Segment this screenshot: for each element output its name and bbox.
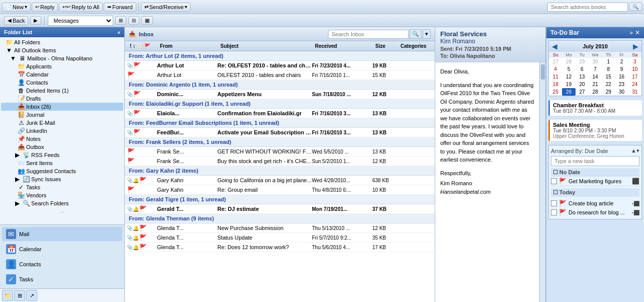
- cal-cell-7[interactable]: 4: [549, 65, 562, 73]
- folder-calendar[interactable]: 📅 Calendar: [1, 70, 123, 79]
- todo-close-btn[interactable]: ✕: [635, 29, 640, 36]
- arranged-options[interactable]: ▲▾: [631, 147, 639, 154]
- cal-cell-14[interactable]: 11: [549, 73, 562, 81]
- cal-cell-2[interactable]: 29: [576, 58, 589, 65]
- cal-cell-11[interactable]: 8: [602, 65, 615, 73]
- email-row[interactable]: 📎🔔🚩 Glenda T... Status Update Fri 5/7/20…: [125, 233, 435, 243]
- email-flag[interactable]: 🚩: [127, 186, 135, 193]
- email-flag[interactable]: 🚩: [139, 177, 147, 184]
- send-receive-button[interactable]: ⇄ Send/Receive ▾: [141, 3, 191, 12]
- email-row[interactable]: 📎🚩 Arthur Lot Re: OILFEST 2010 - tables …: [125, 61, 435, 70]
- email-row[interactable]: 📎🚩 Dominic... Appetizers Menu Sun 7/18/2…: [125, 90, 435, 99]
- forward-nav-button[interactable]: ▶: [30, 16, 41, 25]
- new-button[interactable]: 📄 New ▾: [2, 3, 31, 12]
- cal-cell-18[interactable]: 15: [602, 73, 615, 81]
- inbox-search-options[interactable]: ▾: [423, 29, 431, 39]
- group-frank_sellers[interactable]: From: Frank Sellers (2 items, 1 unread): [125, 137, 435, 147]
- cal-cell-8[interactable]: 5: [562, 65, 575, 73]
- address-search-button[interactable]: 🔍: [629, 3, 642, 11]
- cal-cell-17[interactable]: 14: [589, 73, 602, 81]
- email-flag[interactable]: 🚩: [127, 148, 135, 155]
- address-book-search[interactable]: [547, 3, 628, 12]
- group-glenda_therman[interactable]: From: Glenda Therman (9 items): [125, 214, 435, 223]
- cal-cell-0[interactable]: 27: [549, 58, 562, 65]
- task-marketing[interactable]: 🚩 Get Marketing figures ⬛: [551, 177, 639, 186]
- icon-btn-1[interactable]: 📁: [2, 290, 13, 301]
- email-flag[interactable]: 🚩: [133, 129, 141, 136]
- email-flag[interactable]: 🚩: [127, 158, 135, 165]
- cal-cell-4[interactable]: 1: [602, 58, 615, 65]
- task-options[interactable]: ⬛: [632, 178, 639, 185]
- blog-1-options[interactable]: ▪⬛: [631, 201, 639, 206]
- folder-contacts[interactable]: 👤 Contacts: [1, 79, 123, 87]
- forward-button[interactable]: ➡ Forward: [104, 3, 136, 12]
- group-gerald_tigre[interactable]: From: Gerald Tigre (1 item, 1 unread): [125, 195, 435, 204]
- nav-option2[interactable]: ⊟: [128, 16, 139, 25]
- cal-cell-9[interactable]: 6: [576, 65, 589, 73]
- cal-cell-5[interactable]: 2: [615, 58, 628, 65]
- email-flag[interactable]: 🚩: [133, 62, 141, 69]
- nav-option3[interactable]: ▦: [141, 16, 153, 25]
- email-flag[interactable]: 🚩: [139, 234, 147, 241]
- all-folders-item[interactable]: 📁 All Folders: [1, 38, 123, 46]
- blog-research-item[interactable]: 🚩 Do research for blog ... ▪⬛: [551, 208, 639, 217]
- col-icons[interactable]: ! ↕ ⬜ 🚩: [127, 42, 157, 50]
- email-row[interactable]: 📎🔔🚩 Glenda T... Re: Does 12 tomorrow wor…: [125, 243, 435, 252]
- email-row[interactable]: 🚩 Frank Se... Buy this stock and get ric…: [125, 157, 435, 166]
- cal-cell-25[interactable]: 22: [602, 81, 615, 88]
- folder-junk[interactable]: ⚠ Junk E-Mail: [1, 119, 123, 127]
- group-elaioladiki[interactable]: From: Elaioladiki.gr Support (1 item, 1 …: [125, 99, 435, 109]
- cal-cell-24[interactable]: 21: [589, 81, 602, 88]
- email-row[interactable]: 🚩 Arthur Lot OILFEST 2010 - tables and c…: [125, 70, 435, 80]
- email-row[interactable]: 📎🚩 Elaiola... Confirmation from Elaiolad…: [125, 109, 435, 118]
- email-flag[interactable]: 🚩: [127, 71, 135, 79]
- email-flag[interactable]: 🚩: [133, 110, 141, 117]
- cal-prev[interactable]: ◀: [552, 42, 557, 50]
- blog-article-item[interactable]: 🚩 Create blog article ▪⬛: [551, 199, 639, 208]
- email-row[interactable]: 📎🔔🚩 Gary Kahn Going to California on a b…: [125, 176, 435, 185]
- cal-cell-16[interactable]: 13: [576, 73, 589, 81]
- email-row[interactable]: 🚩 Gary Kahn Re: Group email Thu 4/8/2010…: [125, 185, 435, 195]
- col-received[interactable]: Received: [312, 42, 372, 50]
- email-flag[interactable]: 🚩: [133, 91, 141, 98]
- folder-linkedin[interactable]: 🔗 LinkedIn: [1, 127, 123, 135]
- back-button[interactable]: ◀ Back: [4, 16, 28, 25]
- cal-cell-1[interactable]: 28: [562, 58, 575, 65]
- reply-all-button[interactable]: ↩↩ Reply to All: [59, 3, 103, 12]
- col-categories[interactable]: Categories: [397, 42, 433, 50]
- folder-journal[interactable]: 📔 Journal: [1, 111, 123, 119]
- folder-outbox[interactable]: 📤 Outbox: [1, 143, 123, 151]
- cal-cell-26[interactable]: 23: [615, 81, 628, 88]
- all-outlook-dropdown[interactable]: ▼ All Outlook Items: [1, 46, 123, 54]
- folder-applicants[interactable]: 📁 Applicants: [1, 62, 123, 70]
- cal-cell-6[interactable]: 3: [628, 58, 641, 65]
- nav-option1[interactable]: ⊞: [115, 16, 126, 25]
- folder-drafts[interactable]: 📝 Drafts: [1, 95, 123, 103]
- email-row[interactable]: 📎🔔🚩 Glenda T... New Purchase Submission …: [125, 223, 435, 233]
- folder-vendors[interactable]: 🏪 Vendors: [1, 191, 123, 199]
- group-feedburner[interactable]: From: FeedBurner Email Subscriptions (1 …: [125, 118, 435, 128]
- task-checkbox[interactable]: [551, 178, 557, 184]
- group-dominic_argento[interactable]: From: Dominic Argento (1 item, 1 unread): [125, 80, 435, 90]
- email-row[interactable]: 📎🚩 FeedBur... Activate your Email Subscr…: [125, 128, 435, 137]
- reply-button[interactable]: ↩ Reply: [32, 3, 58, 12]
- cal-cell-32[interactable]: 29: [602, 88, 615, 96]
- cal-cell-29[interactable]: 26: [562, 88, 575, 96]
- cal-cell-27[interactable]: 24: [628, 81, 641, 88]
- folder-suggested[interactable]: 👥 Suggested Contacts: [1, 167, 123, 175]
- inbox-search-input[interactable]: [328, 30, 409, 39]
- cal-cell-12[interactable]: 9: [615, 65, 628, 73]
- col-subject[interactable]: Subject: [217, 42, 312, 50]
- folder-deleted[interactable]: 🗑 Deleted Items (1): [1, 87, 123, 95]
- cal-cell-13[interactable]: 10: [628, 65, 641, 73]
- cal-cell-21[interactable]: 18: [549, 81, 562, 88]
- cal-cell-15[interactable]: 12: [562, 73, 575, 81]
- cal-cell-19[interactable]: 16: [615, 73, 628, 81]
- folder-sync[interactable]: ▶ 🔄 Sync Issues: [1, 175, 123, 183]
- folder-tasks[interactable]: ✓ Tasks: [1, 183, 123, 191]
- nav-contacts[interactable]: 👤 Contacts: [2, 257, 122, 271]
- cal-next[interactable]: ▶: [633, 42, 638, 50]
- preview-scrollbar[interactable]: [539, 62, 545, 302]
- cal-cell-10[interactable]: 7: [589, 65, 602, 73]
- email-flag[interactable]: 🚩: [139, 224, 147, 232]
